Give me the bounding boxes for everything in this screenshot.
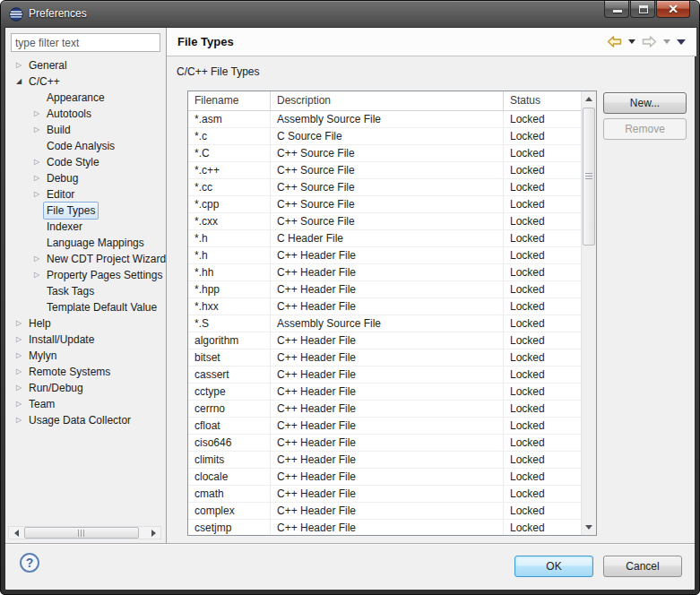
- tree-expand-icon[interactable]: ▷: [30, 106, 43, 122]
- table-row[interactable]: *.asm Assembly Source File Locked: [188, 111, 596, 128]
- sidebar-tree-item[interactable]: ◢ C/C++: [5, 73, 166, 90]
- help-button[interactable]: ?: [20, 553, 39, 573]
- table-row[interactable]: clocale C++ Header File Locked: [188, 469, 596, 486]
- forward-arrow-icon[interactable]: [642, 36, 657, 47]
- table-row[interactable]: *.S Assembly Source File Locked: [188, 315, 596, 332]
- tree-item-label: Code Analysis: [43, 137, 118, 155]
- sidebar-tree-item[interactable]: ▷ Install/Update: [5, 332, 166, 348]
- sidebar-tree-item[interactable]: ▷ Remote Systems: [5, 364, 166, 380]
- tree-item-label: C/C++: [25, 73, 64, 91]
- table-row[interactable]: cerrno C++ Header File Locked: [188, 401, 596, 418]
- sidebar-tree-item[interactable]: ▷ Autotools: [5, 106, 166, 122]
- cell-description: C++ Header File: [271, 298, 504, 315]
- table-row[interactable]: complex C++ Header File Locked: [188, 503, 596, 520]
- sidebar-tree-item[interactable]: Indexer: [5, 219, 166, 235]
- sidebar-tree-item[interactable]: ▷ Debug: [5, 170, 166, 186]
- table-row[interactable]: *.cpp C++ Source File Locked: [188, 196, 596, 213]
- column-header-filename[interactable]: Filename: [188, 91, 271, 110]
- tree-expand-icon[interactable]: ▷: [30, 186, 43, 203]
- tree-expand-icon[interactable]: ▷: [13, 364, 25, 380]
- sidebar-tree-item[interactable]: ▷ Property Pages Settings: [5, 267, 166, 283]
- sidebar-tree-item[interactable]: ▷ New CDT Project Wizard: [5, 251, 166, 267]
- tree-item-label: Code Style: [43, 153, 103, 171]
- tree-horizontal-scrollbar[interactable]: [8, 526, 161, 539]
- cell-description: C++ Header File: [271, 469, 504, 485]
- table-row[interactable]: *.cxx C++ Source File Locked: [188, 213, 596, 230]
- table-row[interactable]: climits C++ Header File Locked: [188, 452, 596, 469]
- sidebar-tree-item[interactable]: ▷ Help: [5, 315, 166, 332]
- sidebar-tree-item[interactable]: Task Tags: [5, 283, 166, 299]
- tree-expand-icon[interactable]: ▷: [13, 412, 25, 428]
- ok-button[interactable]: OK: [514, 556, 593, 577]
- filter-input[interactable]: [11, 33, 160, 52]
- sidebar-tree-item[interactable]: ▷ Run/Debug: [5, 380, 166, 396]
- cancel-button[interactable]: Cancel: [603, 556, 682, 577]
- table-row[interactable]: *.h C Header File Locked: [188, 230, 596, 247]
- table-vertical-scrollbar[interactable]: [581, 91, 596, 535]
- forward-history-caret-icon[interactable]: [663, 39, 670, 44]
- table-row[interactable]: *.c C Source File Locked: [188, 128, 596, 145]
- sidebar-tree-item[interactable]: ▷ Team: [5, 396, 166, 412]
- tree-expand-icon[interactable]: ◢: [13, 73, 25, 90]
- vertical-scroll-thumb[interactable]: [583, 108, 595, 246]
- horizontal-scroll-thumb[interactable]: [24, 527, 139, 539]
- table-row[interactable]: *.hh C++ Header File Locked: [188, 264, 596, 281]
- tree-item-label: Property Pages Settings: [43, 266, 166, 284]
- table-row[interactable]: algorithm C++ Header File Locked: [188, 332, 596, 349]
- sidebar-tree-item[interactable]: Language Mappings: [5, 235, 166, 251]
- sidebar-tree-item[interactable]: ▷ Build: [5, 122, 166, 138]
- tree-item-label: File Types: [43, 202, 99, 220]
- maximize-button[interactable]: [630, 1, 655, 18]
- table-row[interactable]: cmath C++ Header File Locked: [188, 486, 596, 503]
- view-menu-icon[interactable]: [677, 39, 686, 45]
- tree-expand-icon[interactable]: ▷: [13, 396, 25, 412]
- scroll-down-button[interactable]: [582, 520, 595, 535]
- table-row[interactable]: csetjmp C++ Header File Locked: [188, 520, 596, 535]
- tree-expand-icon[interactable]: ▷: [13, 380, 25, 396]
- cell-description: C Header File: [271, 230, 504, 246]
- scroll-up-button[interactable]: [582, 91, 595, 107]
- back-arrow-icon[interactable]: [607, 36, 622, 47]
- tree-item-label: Mylyn: [25, 347, 60, 365]
- table-row[interactable]: cassert C++ Header File Locked: [188, 366, 596, 384]
- table-row[interactable]: bitset C++ Header File Locked: [188, 349, 596, 366]
- tree-expand-icon[interactable]: ▷: [13, 315, 25, 332]
- cell-filename: cctype: [188, 384, 271, 400]
- table-row[interactable]: *.hpp C++ Header File Locked: [188, 281, 596, 298]
- new-button[interactable]: New...: [603, 92, 687, 114]
- sidebar-tree-item[interactable]: Template Default Value: [5, 299, 166, 315]
- tree-expand-icon[interactable]: ▷: [13, 57, 25, 73]
- cell-description: C++ Header File: [271, 520, 504, 535]
- scroll-right-button[interactable]: [146, 527, 160, 539]
- titlebar[interactable]: Preferences ✕: [1, 1, 699, 27]
- table-row[interactable]: ciso646 C++ Header File Locked: [188, 435, 596, 452]
- tree-expand-icon[interactable]: ▷: [30, 122, 43, 138]
- table-row[interactable]: *.h C++ Header File Locked: [188, 247, 596, 264]
- table-row[interactable]: *.cc C++ Source File Locked: [188, 179, 596, 196]
- table-row[interactable]: cfloat C++ Header File Locked: [188, 418, 596, 435]
- tree-expand-icon[interactable]: ▷: [13, 348, 25, 364]
- tree-expand-icon[interactable]: ▷: [13, 332, 25, 348]
- minimize-button[interactable]: [604, 1, 629, 18]
- tree-expand-icon[interactable]: ▷: [30, 154, 43, 170]
- table-row[interactable]: *.hxx C++ Header File Locked: [188, 298, 596, 315]
- sidebar-tree-item[interactable]: ▷ Code Style: [5, 154, 166, 170]
- sidebar-tree-item[interactable]: Appearance: [5, 90, 166, 106]
- sidebar-tree-item[interactable]: ▷ Editor: [5, 186, 166, 203]
- sidebar-tree-item[interactable]: Code Analysis: [5, 138, 166, 154]
- table-row[interactable]: *.c++ C++ Source File Locked: [188, 162, 596, 179]
- table-row[interactable]: *.C C++ Source File Locked: [188, 145, 596, 162]
- sidebar-tree-item[interactable]: ▷ Usage Data Collector: [5, 412, 166, 428]
- close-button[interactable]: ✕: [656, 1, 690, 18]
- tree-expand-icon[interactable]: ▷: [30, 170, 43, 186]
- table-row[interactable]: cctype C++ Header File Locked: [188, 384, 596, 401]
- cell-filename: clocale: [188, 469, 271, 485]
- sidebar-tree-item[interactable]: File Types: [5, 203, 166, 219]
- sidebar-tree-item[interactable]: ▷ Mylyn: [5, 348, 166, 364]
- tree-expand-icon[interactable]: ▷: [30, 267, 43, 283]
- back-history-caret-icon[interactable]: [628, 39, 635, 44]
- tree-expand-icon[interactable]: ▷: [30, 251, 43, 267]
- column-header-description[interactable]: Description: [271, 91, 504, 110]
- sidebar-tree-item[interactable]: ▷ General: [5, 57, 166, 73]
- scroll-left-button[interactable]: [9, 527, 23, 539]
